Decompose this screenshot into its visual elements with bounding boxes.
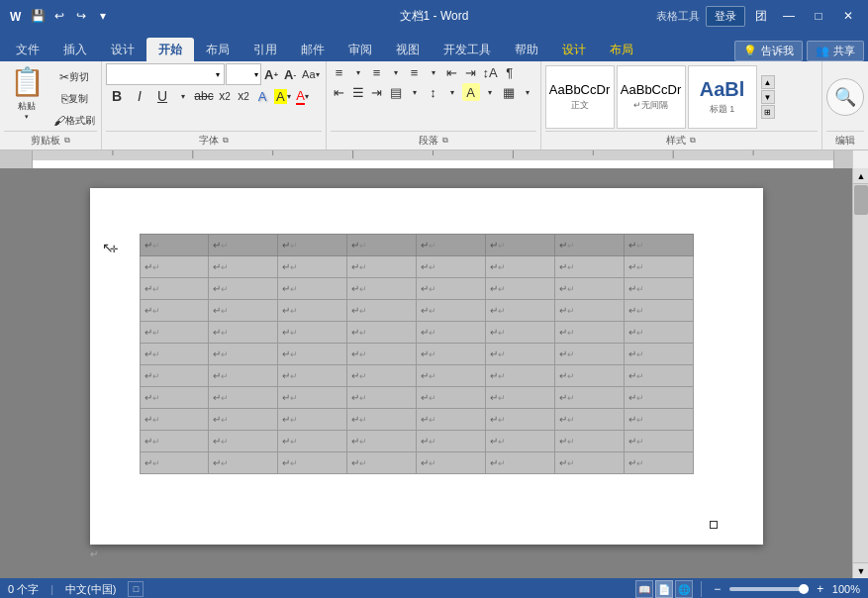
table-cell[interactable]: ↵ [624,452,693,474]
table-cell[interactable]: ↵ [554,452,624,474]
table-cell[interactable]: ↵ [209,300,278,322]
table-cell[interactable]: ↵ [485,452,554,474]
close-button[interactable]: ✕ [836,4,860,28]
login-button[interactable]: 登录 [706,6,745,27]
line-spacing-arrow[interactable]: ▾ [443,83,461,101]
show-formatting-button[interactable]: ¶ [501,63,519,81]
table-cell[interactable]: ↵ [624,322,693,344]
table-cell[interactable]: ↵ [209,322,278,344]
table-cell[interactable]: ↵ [209,409,278,431]
tab-insert[interactable]: 插入 [51,38,99,61]
table-cell[interactable]: ↵ [347,256,417,278]
zoom-out-button[interactable]: − [710,581,725,597]
table-cell[interactable]: ↵ [417,452,486,474]
maximize-button[interactable]: □ [807,4,830,28]
scroll-down-button[interactable]: ▼ [853,562,868,578]
table-cell[interactable]: ↵ [554,300,624,322]
vertical-scrollbar[interactable]: ▲ ▼ [852,168,868,578]
text-effects-button[interactable]: A [253,87,271,105]
table-cell[interactable]: ↵ [485,235,554,256]
table-cell[interactable]: ↵ [485,409,554,431]
table-cell[interactable]: ↵ [278,365,347,387]
save-quick-btn[interactable]: 💾 [28,6,48,26]
table-cell[interactable]: ↵ [624,387,693,409]
search-button[interactable]: 🔍 [826,78,864,116]
table-cell[interactable]: ↵ [624,235,693,256]
table-cell[interactable]: ↵ [347,452,417,474]
table-cell[interactable]: ↵ [140,278,209,300]
table-cell[interactable]: ↵ [554,322,624,344]
strikethrough-button[interactable]: abc [193,87,215,105]
table-cell[interactable]: ↵ [554,344,624,365]
borders-arrow[interactable]: ▾ [519,83,536,101]
table-cell[interactable]: ↵ [554,431,624,452]
table-cell[interactable]: ↵ [140,235,209,256]
font-size-selector[interactable]: ▾ [226,63,261,85]
table-cell[interactable]: ↵ [278,387,347,409]
sort-button[interactable]: ↕A [481,63,500,81]
table-cell[interactable]: ↵ [624,409,693,431]
shading-button[interactable]: A [462,83,480,101]
table-cell[interactable]: ↵ [278,300,347,322]
table-cell[interactable]: ↵ [347,235,417,256]
style-heading1[interactable]: AaBl 标题 1 [688,65,757,129]
underline-button[interactable]: U [151,87,173,105]
subscript-button[interactable]: x2 [216,87,234,105]
table-cell[interactable]: ↵ [209,387,278,409]
align-right-button[interactable]: ⇥ [368,83,386,101]
table-cell[interactable]: ↵ [347,409,417,431]
table-cell[interactable]: ↵ [140,365,209,387]
shading-arrow[interactable]: ▾ [481,83,499,101]
change-case-button[interactable]: Aa▾ [300,65,321,83]
tab-developer[interactable]: 开发工具 [432,38,503,61]
table-cell[interactable]: ↵ [554,409,624,431]
table-cell[interactable]: ↵ [140,409,209,431]
table-cell[interactable]: ↵ [485,322,554,344]
table-cell[interactable]: ↵ [140,387,209,409]
table-cell[interactable]: ↵ [347,278,417,300]
share-button[interactable]: 👥共享 [807,41,864,61]
decrease-indent-button[interactable]: ⇤ [443,63,461,81]
tab-table-design[interactable]: 设计 [550,38,598,61]
table-cell[interactable]: ↵ [624,278,693,300]
table-cell[interactable]: ↵ [485,256,554,278]
increase-font-button[interactable]: A+ [262,65,280,83]
table-cell[interactable]: ↵ [624,365,693,387]
ruler-main[interactable] [32,150,834,168]
document-page[interactable]: ↖ ✛ ↵ ↵ ↵ ↵ ↵ ↵ ↵ ↵ [90,188,763,545]
table-cell[interactable]: ↵ [209,431,278,452]
table-cell[interactable]: ↵ [278,344,347,365]
read-view-button[interactable]: 📖 [635,580,653,598]
table-cell[interactable]: ↵ [624,300,693,322]
table-cell[interactable]: ↵ [554,256,624,278]
styles-expand[interactable]: ⊞ [761,105,775,119]
font-expand-icon[interactable]: ⧉ [223,136,229,146]
table-cell[interactable]: ↵ [485,344,554,365]
table-cell[interactable]: ↵ [140,300,209,322]
web-view-button[interactable]: 🌐 [675,580,693,598]
table-cell[interactable]: ↵ [347,365,417,387]
justify-arrow[interactable]: ▾ [406,83,424,101]
multilevel-list-button[interactable]: ≡ [406,63,424,81]
table-cell[interactable]: ↵ [278,256,347,278]
tab-table-layout[interactable]: 布局 [598,38,645,61]
zoom-thumb[interactable] [799,584,809,594]
table-cell[interactable]: ↵ [624,344,693,365]
table-cell[interactable]: ↵ [485,431,554,452]
table-cell[interactable]: ↵ [209,235,278,256]
italic-button[interactable]: I [129,87,150,105]
table-cell[interactable]: ↵ [417,409,486,431]
table-cell[interactable]: ↵ [417,300,486,322]
table-cell[interactable]: ↵ [278,235,347,256]
language-indicator[interactable]: 中文(中国) [65,582,116,597]
table-cell[interactable]: ↵ [278,278,347,300]
table-cell[interactable]: ↵ [278,322,347,344]
zoom-slider[interactable] [729,587,809,591]
table-cell[interactable]: ↵ [485,278,554,300]
cut-button[interactable]: ✂ 剪切 [51,67,97,87]
table-cell[interactable]: ↵ [417,235,486,256]
keyboard-layout-icon[interactable]: □ [128,581,144,597]
increase-indent-button[interactable]: ⇥ [462,63,480,81]
tab-view[interactable]: 视图 [384,38,432,61]
align-center-button[interactable]: ☰ [349,83,367,101]
